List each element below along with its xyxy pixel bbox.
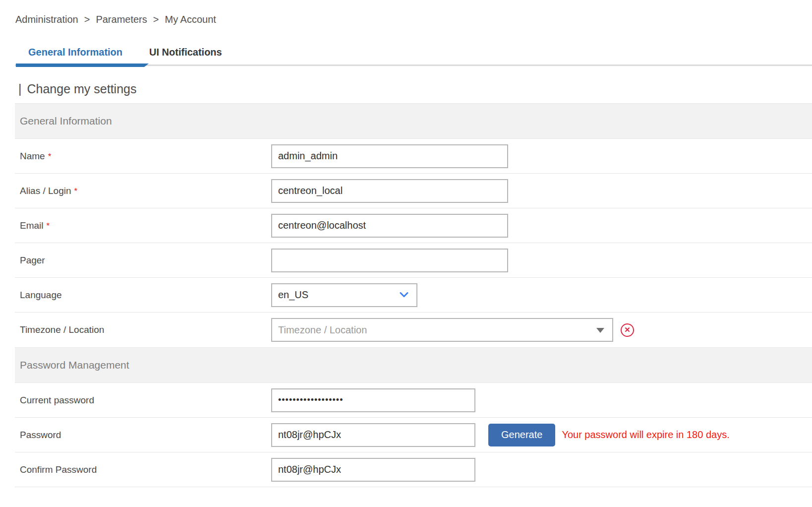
form-row-name: Name* (15, 139, 812, 174)
pager-label: Pager (15, 255, 271, 266)
breadcrumb-item-my-account[interactable]: My Account (165, 14, 216, 25)
language-label: Language (15, 290, 271, 301)
generate-password-button[interactable]: Generate (488, 424, 555, 446)
form-row-language: Language en_US (15, 278, 812, 313)
breadcrumb: Administration > Parameters > My Account (15, 14, 812, 25)
tab-general-information[interactable]: General Information (15, 47, 136, 58)
language-selected-value: en_US (278, 289, 308, 301)
breadcrumb-separator: > (153, 14, 159, 25)
form-row-email: Email* (15, 208, 812, 243)
breadcrumb-item-parameters[interactable]: Parameters (96, 14, 147, 25)
password-management-form: Current password Password Generate Your … (15, 383, 812, 487)
current-password-label: Current password (15, 395, 271, 406)
alias-login-field[interactable] (271, 179, 508, 203)
confirm-password-field[interactable] (271, 458, 475, 482)
tab-ui-notifications[interactable]: UI Notifications (136, 47, 235, 58)
page-title: | Change my settings (18, 82, 812, 96)
email-field[interactable] (271, 214, 508, 238)
section-header-password-management: Password Management (15, 347, 812, 383)
triangle-down-icon (596, 328, 604, 333)
confirm-password-label: Confirm Password (15, 464, 271, 475)
current-password-field[interactable] (271, 388, 475, 412)
tab-bar: General Information UI Notifications (15, 40, 812, 66)
name-label: Name* (15, 151, 271, 162)
timezone-label: Timezone / Location (15, 324, 271, 335)
alias-login-label: Alias / Login* (15, 186, 271, 196)
breadcrumb-separator: > (84, 14, 90, 25)
circle-x-clear-icon[interactable]: ✕ (621, 323, 634, 337)
chevron-down-icon (400, 292, 408, 298)
required-asterisk: * (47, 221, 50, 231)
required-asterisk: * (74, 187, 78, 196)
section-header-general-information: General Information (15, 103, 812, 139)
breadcrumb-item-administration[interactable]: Administration (15, 14, 78, 25)
name-field[interactable] (271, 144, 508, 168)
required-asterisk: * (48, 152, 52, 161)
title-bar-glyph: | (18, 82, 22, 96)
password-field[interactable] (271, 423, 475, 447)
active-tab-indicator (16, 63, 149, 67)
email-label: Email* (15, 220, 271, 231)
form-row-timezone: Timezone / Location ✕ (15, 313, 812, 347)
password-label: Password (15, 430, 271, 441)
timezone-field[interactable] (271, 318, 613, 342)
password-expire-notice: Your password will expire in 180 days. (562, 429, 729, 441)
form-row-password: Password Generate Your password will exp… (15, 418, 812, 452)
general-information-form: Name* Alias / Login* Email* Pager Langua… (15, 139, 812, 347)
form-row-alias-login: Alias / Login* (15, 174, 812, 208)
form-row-current-password: Current password (15, 383, 812, 418)
timezone-combo (271, 318, 613, 342)
page-title-text: Change my settings (27, 82, 137, 96)
form-row-pager: Pager (15, 243, 812, 278)
pager-field[interactable] (271, 249, 508, 272)
language-select[interactable]: en_US (271, 283, 417, 307)
form-row-confirm-password: Confirm Password (15, 452, 812, 487)
